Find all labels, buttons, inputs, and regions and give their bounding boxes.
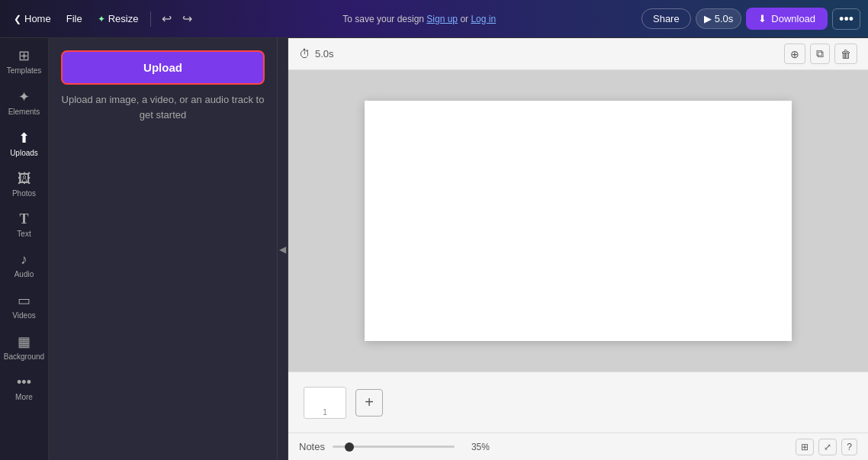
zoom-slider-track[interactable] xyxy=(333,446,455,448)
play-icon: ▶ xyxy=(704,13,712,24)
download-button[interactable]: ⬇ Download xyxy=(746,8,828,30)
login-link[interactable]: Log in xyxy=(471,14,496,24)
home-button[interactable]: ❮ Home xyxy=(8,10,57,27)
fit-page-button[interactable]: ⊞ xyxy=(796,439,814,455)
templates-icon: ⊞ xyxy=(18,47,30,64)
page-number: 1 xyxy=(323,408,327,417)
play-button[interactable]: ▶ 5.0s xyxy=(696,8,742,29)
nav-right-group: Share ▶ 5.0s ⬇ Download ••• xyxy=(641,8,860,30)
sidebar-item-label: Text xyxy=(17,230,31,238)
sidebar-item-label: Videos xyxy=(12,311,35,320)
expand-button[interactable]: ⤢ xyxy=(818,439,837,455)
zoom-percentage: 35% xyxy=(462,442,490,452)
zoom-icons: ⊞ ⤢ ? xyxy=(796,439,857,455)
share-button[interactable]: Share xyxy=(641,8,691,29)
upload-button[interactable]: Upload xyxy=(61,50,265,85)
sidebar-item-more[interactable]: ••• More xyxy=(3,368,46,407)
play-duration: 5.0s xyxy=(715,13,734,24)
clock-icon: ⏱ xyxy=(299,47,310,60)
sidebar-item-label: Elements xyxy=(8,108,40,116)
uploads-panel: Upload Upload an image, a video, or an a… xyxy=(49,38,278,460)
upload-hint: Upload an image, a video, or an audio tr… xyxy=(61,92,265,122)
canvas-scroll[interactable] xyxy=(288,70,868,372)
canvas-duration: 5.0s xyxy=(315,48,334,60)
or-text: or xyxy=(458,14,471,24)
more-options-button[interactable]: ••• xyxy=(832,8,860,30)
chevron-left-icon: ❮ xyxy=(14,14,21,24)
redo-button[interactable]: ↪ xyxy=(178,8,197,29)
download-icon: ⬇ xyxy=(758,13,767,24)
file-button[interactable]: File xyxy=(60,10,88,27)
sidebar-item-audio[interactable]: ♪ Audio xyxy=(3,246,46,285)
videos-icon: ▭ xyxy=(18,292,31,309)
text-icon: T xyxy=(19,211,28,227)
more-icon: ••• xyxy=(17,375,31,391)
panel-collapse-handle[interactable]: ◀ xyxy=(278,38,288,460)
sidebar-item-uploads[interactable]: ⬆ Uploads xyxy=(3,124,46,163)
sidebar-item-label: Background xyxy=(4,352,44,361)
audio-icon: ♪ xyxy=(21,252,27,268)
resize-label: Resize xyxy=(108,13,139,24)
resize-button[interactable]: ✦ Resize xyxy=(92,10,145,27)
canvas-topbar-left: ⏱ 5.0s xyxy=(299,47,334,60)
home-label: Home xyxy=(24,13,51,24)
save-prompt-text: To save your design xyxy=(342,14,426,24)
canvas-area: ⏱ 5.0s ⊕ ⧉ 🗑 1 + Notes xyxy=(288,38,868,460)
collapse-icon: ◀ xyxy=(279,244,286,255)
file-label: File xyxy=(66,13,82,24)
canvas-viewport xyxy=(288,70,868,372)
canvas-topbar-right: ⊕ ⧉ 🗑 xyxy=(784,43,857,64)
sidebar-item-label: Photos xyxy=(12,189,36,198)
add-page-button[interactable]: + xyxy=(355,389,383,417)
sidebar-item-photos[interactable]: 🖼 Photos xyxy=(3,165,46,204)
main-area: ⊞ Templates ✦ Elements ⬆ Uploads 🖼 Photo… xyxy=(0,38,868,460)
background-icon: ▦ xyxy=(18,333,31,350)
sidebar-item-elements[interactable]: ✦ Elements xyxy=(3,82,46,122)
add-page-icon-button[interactable]: ⊕ xyxy=(784,43,805,64)
sidebar-item-label: Uploads xyxy=(10,149,38,157)
sidebar-item-templates[interactable]: ⊞ Templates xyxy=(3,41,46,81)
undo-redo-group: ↩ ↪ xyxy=(157,8,197,29)
sidebar-icons: ⊞ Templates ✦ Elements ⬆ Uploads 🖼 Photo… xyxy=(0,38,49,460)
canvas-topbar: ⏱ 5.0s ⊕ ⧉ 🗑 xyxy=(288,38,868,70)
divider xyxy=(150,11,151,27)
pages-bar: 1 + xyxy=(288,372,868,433)
photos-icon: 🖼 xyxy=(18,171,31,187)
uploads-icon: ⬆ xyxy=(18,130,30,146)
signup-link[interactable]: Sign up xyxy=(426,14,458,24)
save-prompt: To save your design Sign up or Log in xyxy=(200,14,638,24)
sidebar-item-videos[interactable]: ▭ Videos xyxy=(3,286,46,326)
sidebar-item-label: Audio xyxy=(14,270,34,278)
duplicate-page-button[interactable]: ⧉ xyxy=(810,43,830,64)
undo-button[interactable]: ↩ xyxy=(157,8,176,29)
notes-label: Notes xyxy=(299,441,325,452)
help-button[interactable]: ? xyxy=(841,439,857,455)
elements-icon: ✦ xyxy=(18,88,30,105)
notes-bar: Notes 35% ⊞ ⤢ ? xyxy=(288,433,868,460)
top-nav: ❮ Home File ✦ Resize ↩ ↪ To save your de… xyxy=(0,0,868,38)
zoom-slider-thumb[interactable] xyxy=(345,442,354,452)
download-label: Download xyxy=(771,13,815,24)
delete-page-button[interactable]: 🗑 xyxy=(834,43,857,64)
page-thumb-1[interactable]: 1 xyxy=(304,387,346,419)
sidebar-item-text[interactable]: T Text xyxy=(3,205,46,244)
canvas-page xyxy=(365,101,792,341)
sidebar-item-background[interactable]: ▦ Background xyxy=(3,327,46,367)
resize-icon: ✦ xyxy=(98,14,105,24)
sidebar-item-label: More xyxy=(15,393,33,401)
sidebar-item-label: Templates xyxy=(7,66,42,75)
